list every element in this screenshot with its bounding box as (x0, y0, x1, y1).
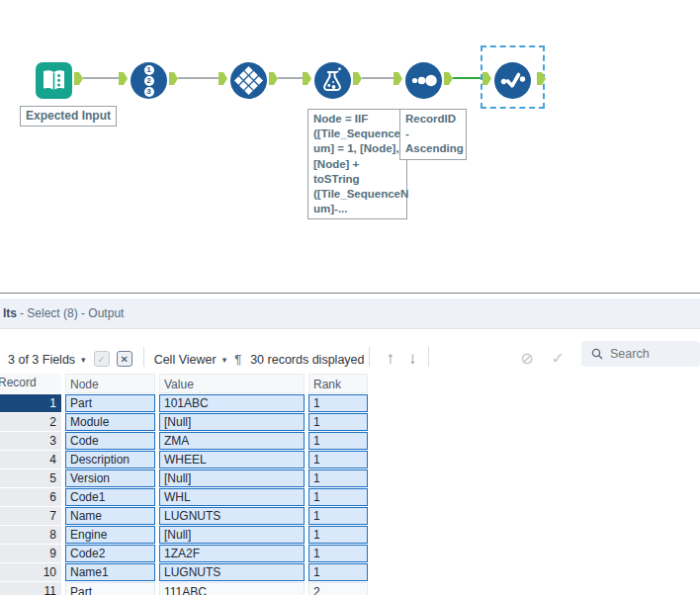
record-cell[interactable]: 3 (0, 432, 61, 450)
table-row[interactable]: 11 Part 111ABC 2 (0, 582, 376, 595)
value-cell[interactable]: 111ABC (159, 582, 305, 595)
table-row[interactable]: 7 Name LUGNUTS 1 (0, 507, 376, 525)
table-row[interactable]: 4 Description WHEEL 1 (0, 451, 376, 468)
rank-cell[interactable]: 1 (308, 469, 368, 487)
tile-diamonds-icon (230, 62, 267, 99)
cell-viewer-dropdown[interactable]: Cell Viewer ▾ (154, 353, 227, 367)
input-anchor[interactable] (394, 72, 402, 85)
record-cell[interactable]: 8 (0, 526, 61, 544)
connection-wire-highlighted[interactable] (453, 77, 482, 79)
record-cell[interactable]: 2 (0, 413, 61, 431)
value-cell[interactable]: ZMA (159, 432, 305, 450)
input-anchor[interactable] (119, 72, 128, 85)
search-box[interactable] (581, 341, 700, 367)
node-cell[interactable]: Description (65, 451, 155, 468)
value-cell[interactable]: LUGNUTS (159, 563, 305, 581)
value-cell[interactable]: [Null] (159, 526, 305, 544)
table-row[interactable]: 3 Code ZMA 1 (0, 432, 376, 450)
connection-wire[interactable] (178, 77, 219, 79)
deselect-checkbox-icon[interactable]: ✕ (117, 351, 132, 367)
node-cell[interactable]: Code1 (65, 488, 155, 506)
value-cell[interactable]: LUGNUTS (159, 507, 305, 525)
table-row[interactable]: 8 Engine [Null] 1 (0, 526, 376, 544)
connection-wire[interactable] (362, 77, 394, 79)
rank-cell[interactable]: 1 (308, 563, 368, 581)
value-cell[interactable]: [Null] (159, 469, 305, 487)
node-cell[interactable]: Version (65, 469, 155, 487)
table-row[interactable]: 9 Code2 1ZA2F 1 (0, 545, 376, 562)
record-cell[interactable]: 6 (0, 488, 61, 506)
tool-formula[interactable] (314, 62, 351, 99)
tool-sort[interactable] (405, 62, 442, 99)
apply-check-icon[interactable]: ✓ (552, 351, 565, 367)
node-cell[interactable]: Engine (65, 526, 155, 544)
record-cell[interactable]: 4 (0, 451, 61, 468)
select-all-checkbox-icon[interactable]: ✓ (94, 351, 110, 367)
value-cell[interactable]: WHEEL (159, 451, 305, 468)
annotation-sort[interactable]: RecordID - Ascending (399, 109, 467, 160)
input-anchor[interactable] (303, 72, 311, 85)
rank-cell[interactable]: 1 (308, 545, 368, 562)
rank-cell[interactable]: 1 (308, 413, 368, 431)
column-header-value[interactable]: Value (159, 374, 305, 393)
table-row[interactable]: 5 Version [Null] 1 (0, 469, 376, 487)
record-cell[interactable]: 7 (0, 507, 61, 525)
fields-dropdown[interactable]: 3 of 3 Fields ▾ (8, 353, 86, 367)
node-cell[interactable]: Name1 (65, 563, 155, 581)
annotation-text-input[interactable]: Expected Input (20, 106, 117, 127)
records-displayed-label: 30 records displayed (250, 353, 364, 367)
rank-cell[interactable]: 1 (308, 507, 368, 525)
rank-cell[interactable]: 1 (308, 488, 368, 506)
table-row[interactable]: 2 Module [Null] 1 (0, 413, 376, 431)
input-anchor[interactable] (219, 72, 227, 85)
output-anchor[interactable] (169, 72, 178, 85)
node-cell[interactable]: Part (65, 582, 155, 595)
rank-cell[interactable]: 1 (308, 526, 368, 544)
output-anchor[interactable] (269, 72, 278, 85)
rank-cell[interactable]: 1 (308, 432, 368, 450)
rank-cell[interactable]: 2 (308, 582, 368, 595)
node-cell[interactable]: Part (65, 394, 155, 412)
record-cell[interactable]: 9 (0, 545, 61, 562)
cancel-icon[interactable]: ⊘ (520, 351, 533, 367)
scroll-down-icon[interactable]: ↓ (408, 351, 417, 367)
table-row[interactable]: 10 Name1 LUGNUTS 1 (0, 563, 376, 581)
connection-wire[interactable] (83, 77, 119, 79)
table-row[interactable]: 1 Part 101ABC 1 (0, 394, 376, 412)
rank-cell[interactable]: 1 (308, 451, 368, 468)
rank-cell[interactable]: 1 (308, 394, 368, 412)
value-cell[interactable]: [Null] (159, 413, 305, 431)
record-cell[interactable]: 10 (0, 563, 61, 581)
output-anchor[interactable] (444, 72, 453, 85)
chevron-down-icon: ▾ (222, 355, 227, 365)
output-anchor[interactable] (74, 72, 83, 85)
wrap-text-toggle-icon[interactable]: ¶ (234, 352, 241, 367)
connection-wire[interactable] (278, 77, 303, 79)
tool-text-input[interactable] (36, 62, 72, 99)
scroll-up-icon[interactable]: ↑ (387, 351, 395, 367)
node-cell[interactable]: Code2 (65, 545, 155, 562)
toolbar-separator (143, 347, 144, 367)
record-cell[interactable]: 1 (0, 394, 61, 412)
record-cell[interactable]: 5 (0, 469, 61, 487)
node-cell[interactable]: Code (65, 432, 155, 450)
workflow-canvas[interactable]: 1 2 3 (0, 0, 700, 293)
tool-tile[interactable] (230, 62, 267, 99)
search-input[interactable] (610, 347, 689, 361)
results-panel-header: lts - Select (8) - Output (0, 298, 700, 329)
toolbar-separator (428, 347, 429, 367)
column-header-record[interactable]: Record (0, 374, 61, 393)
column-header-node[interactable]: Node (65, 374, 155, 393)
annotation-formula[interactable]: Node = IIF ([Tile_SequenceN um] = 1, [No… (307, 109, 407, 219)
node-cell[interactable]: Module (65, 413, 155, 431)
tool-record-id[interactable]: 1 2 3 (131, 62, 167, 99)
tool-select[interactable] (494, 62, 531, 99)
value-cell[interactable]: 1ZA2F (159, 545, 305, 562)
value-cell[interactable]: 101ABC (159, 394, 305, 412)
table-row[interactable]: 6 Code1 WHL 1 (0, 488, 376, 506)
node-cell[interactable]: Name (65, 507, 155, 525)
value-cell[interactable]: WHL (159, 488, 305, 506)
record-cell[interactable]: 11 (0, 582, 61, 595)
column-header-rank[interactable]: Rank (308, 374, 368, 393)
output-anchor[interactable] (353, 72, 362, 85)
